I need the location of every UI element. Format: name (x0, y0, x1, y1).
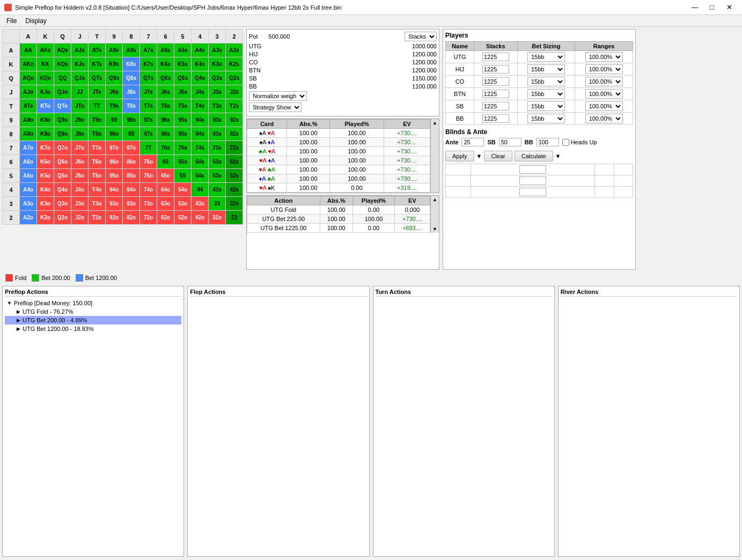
matrix-cell-A2s[interactable]: A2s (226, 43, 243, 57)
matrix-cell-KJs[interactable]: KJs (71, 57, 89, 71)
menu-display[interactable]: Display (21, 16, 50, 26)
cards-table-row[interactable]: ♠A ♦A100.00100.00+730.... (247, 138, 430, 147)
matrix-cell-75s[interactable]: 75s (174, 141, 192, 155)
matrix-cell-AJs[interactable]: AJs (71, 43, 89, 57)
player-stacks-input-2[interactable] (482, 77, 509, 86)
matrix-cell-T3o[interactable]: T3o (89, 197, 106, 211)
matrix-cell-62o[interactable]: 62o (157, 211, 174, 225)
matrix-cell-84o[interactable]: 84o (123, 183, 140, 197)
matrix-cell-Q7o[interactable]: Q7o (54, 141, 71, 155)
matrix-cell-QJs[interactable]: QJs (71, 71, 89, 85)
minimize-button[interactable]: ― (686, 0, 703, 15)
strategy-show-dropdown[interactable]: Strategy Show (249, 102, 302, 112)
matrix-cell-83s[interactable]: 83s (209, 127, 226, 141)
matrix-cell-96o[interactable]: 96o (106, 155, 123, 169)
preflop-bet200-item[interactable]: ▶ UTG Bet 200.00 - 4.89% (5, 316, 181, 325)
actions-table-row[interactable]: UTG Bet 1225.00100.000.00+693.... (247, 224, 430, 233)
matrix-cell-K9s[interactable]: K9s (106, 57, 123, 71)
matrix-cell-T8o[interactable]: T8o (89, 127, 106, 141)
matrix-cell-T2o[interactable]: T2o (89, 211, 106, 225)
sb-blinds-input[interactable] (499, 138, 521, 146)
matrix-cell-A2o[interactable]: A2o (20, 211, 37, 225)
matrix-cell-92s[interactable]: 92s (226, 113, 243, 127)
actions-scroll-up[interactable]: ▲ (432, 197, 437, 202)
matrix-cell-T2s[interactable]: T2s (226, 99, 243, 113)
matrix-cell-83o[interactable]: 83o (123, 197, 140, 211)
matrix-cell-72s[interactable]: 72s (226, 141, 243, 155)
player-bet-sizing-select-2[interactable]: 15bb (527, 77, 565, 86)
matrix-cell-22[interactable]: 22 (226, 211, 243, 225)
matrix-cell-J7o[interactable]: J7o (71, 141, 89, 155)
stacks-dropdown[interactable]: Stacks (405, 32, 437, 41)
matrix-cell-T5s[interactable]: T5s (174, 99, 192, 113)
matrix-cell-J3s[interactable]: J3s (209, 85, 226, 99)
matrix-cell-Q7s[interactable]: Q7s (140, 71, 157, 85)
matrix-cell-A9o[interactable]: A9o (20, 113, 37, 127)
extra-stack-1[interactable] (519, 165, 546, 174)
matrix-cell-32o[interactable]: 32o (209, 211, 226, 225)
matrix-cell-T9s[interactable]: T9s (106, 99, 123, 113)
matrix-cell-Q4o[interactable]: Q4o (54, 183, 71, 197)
matrix-cell-QTs[interactable]: QTs (89, 71, 106, 85)
maximize-button[interactable]: □ (703, 0, 721, 15)
matrix-cell-ATo[interactable]: ATo (20, 99, 37, 113)
matrix-cell-93o[interactable]: 93o (106, 197, 123, 211)
matrix-cell-82o[interactable]: 82o (123, 211, 140, 225)
matrix-cell-Q5o[interactable]: Q5o (54, 169, 71, 183)
matrix-cell-73s[interactable]: 73s (209, 141, 226, 155)
matrix-cell-T5o[interactable]: T5o (89, 169, 106, 183)
cards-scroll-up[interactable]: ▲ (432, 120, 437, 126)
matrix-cell-J5o[interactable]: J5o (71, 169, 89, 183)
matrix-cell-K6s[interactable]: K6s (157, 57, 174, 71)
player-stacks-input-1[interactable] (482, 65, 509, 73)
cards-table-row[interactable]: ♥A ♣K100.000.00+319.... (247, 193, 430, 194)
matrix-cell-K2s[interactable]: K2s (226, 57, 243, 71)
matrix-cell-K8s[interactable]: K8s (123, 57, 140, 71)
cards-table-row[interactable]: ♣A ♥A100.00100.00+730.... (247, 147, 430, 156)
matrix-cell-42o[interactable]: 42o (192, 211, 209, 225)
matrix-cell-K2o[interactable]: K2o (37, 211, 54, 225)
matrix-cell-AQs[interactable]: AQs (54, 43, 71, 57)
matrix-cell-Q3s[interactable]: Q3s (209, 71, 226, 85)
matrix-cell-QQ[interactable]: QQ (54, 71, 71, 85)
matrix-cell-74s[interactable]: 74s (192, 141, 209, 155)
matrix-cell-A8o[interactable]: A8o (20, 127, 37, 141)
normalize-dropdown[interactable]: Normalize weigh (249, 91, 307, 101)
matrix-cell-Q5s[interactable]: Q5s (174, 71, 192, 85)
matrix-cell-A3o[interactable]: A3o (20, 197, 37, 211)
matrix-cell-J8o[interactable]: J8o (71, 127, 89, 141)
matrix-cell-87s[interactable]: 87s (140, 127, 157, 141)
player-stacks-input-4[interactable] (482, 102, 509, 110)
matrix-cell-96s[interactable]: 96s (157, 113, 174, 127)
cards-table-row[interactable]: ♠A ♥A100.00100.00+730.... (247, 129, 430, 138)
matrix-cell-Q8o[interactable]: Q8o (54, 127, 71, 141)
matrix-cell-Q2o[interactable]: Q2o (54, 211, 71, 225)
matrix-cell-Q4s[interactable]: Q4s (192, 71, 209, 85)
matrix-cell-A8s[interactable]: A8s (123, 43, 140, 57)
matrix-cell-JTs[interactable]: JTs (89, 85, 106, 99)
matrix-cell-55[interactable]: 55 (174, 169, 192, 183)
close-button[interactable]: ✕ (721, 0, 738, 15)
matrix-cell-65o[interactable]: 65o (157, 169, 174, 183)
matrix-cell-J8s[interactable]: J8s (123, 85, 140, 99)
player-bet-sizing-select-5[interactable]: 15bb (527, 114, 565, 123)
matrix-cell-62s[interactable]: 62s (226, 155, 243, 169)
matrix-cell-J4o[interactable]: J4o (71, 183, 89, 197)
matrix-cell-T8s[interactable]: T8s (123, 99, 140, 113)
player-ranges-select-1[interactable]: 100.00% (585, 64, 623, 74)
matrix-cell-52o[interactable]: 52o (174, 211, 192, 225)
actions-table-row[interactable]: UTG Fold100.000.000.000 (247, 205, 430, 215)
matrix-cell-K8o[interactable]: K8o (37, 127, 54, 141)
matrix-cell-J3o[interactable]: J3o (71, 197, 89, 211)
player-ranges-select-4[interactable]: 100.00% (585, 101, 623, 111)
clear-button[interactable]: Clear (484, 151, 512, 161)
matrix-cell-97o[interactable]: 97o (106, 141, 123, 155)
matrix-cell-A6s[interactable]: A6s (157, 43, 174, 57)
matrix-cell-Q6o[interactable]: Q6o (54, 155, 71, 169)
matrix-cell-94o[interactable]: 94o (106, 183, 123, 197)
player-stacks-input-5[interactable] (482, 114, 509, 123)
matrix-cell-Q9s[interactable]: Q9s (106, 71, 123, 85)
matrix-cell-Q6s[interactable]: Q6s (157, 71, 174, 85)
matrix-cell-T6s[interactable]: T6s (157, 99, 174, 113)
matrix-cell-K7s[interactable]: K7s (140, 57, 157, 71)
